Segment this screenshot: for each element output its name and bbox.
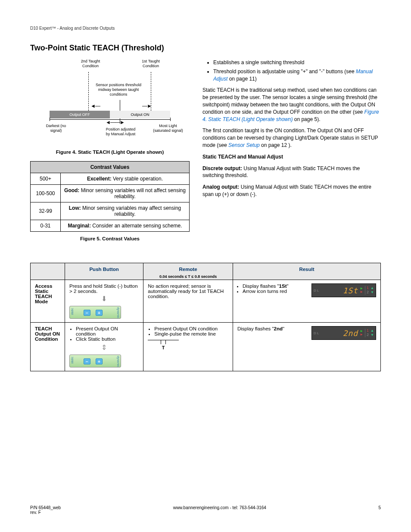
up-triangle-icon: ▲ (371, 286, 374, 290)
diagram-label-light: Most Light (saturated signal) (153, 124, 183, 133)
paragraph-2: The first condition taught is the ON con… (202, 127, 381, 149)
footer-url: www.bannerengineering.com - tel: 763-544… (173, 505, 266, 515)
static-label: static (71, 308, 74, 315)
footer-pn: P/N 65448_web (30, 505, 61, 510)
sensor-display-2nd: D L 2nd ►► 12 ▲▼ (311, 326, 376, 340)
table-row: 0-31 Marginal: Consider an alternate sen… (31, 220, 190, 232)
diagram-label-1st: 1st Taught Condition (136, 59, 166, 68)
updown-arrow-icon: ⇕ (69, 344, 139, 351)
sensor-button-widget: static − + dynamic (69, 306, 121, 319)
segment-display: 1St (321, 286, 358, 295)
dynamic-label: dynamic (117, 356, 120, 367)
down-triangle-icon: ▼ (371, 290, 374, 295)
plus-button-icon: + (96, 358, 103, 364)
page-header: D10 Expert™ - Analog and Discrete Output… (30, 26, 381, 31)
footer-page-number: 5 (378, 505, 381, 515)
figure-4-caption: Figure 4. Static TEACH (Light Operate sh… (30, 149, 190, 155)
diagram-output-on: Output ON (110, 111, 170, 118)
diagram-label-dark: Darkest (no signal) (41, 124, 71, 133)
dynamic-label: dynamic (117, 307, 120, 318)
arrow-right-icon: —► (142, 103, 152, 109)
diagram-label-2nd: 2nd Taught Condition (75, 59, 106, 68)
sensor-button-widget: static − + dynamic (69, 355, 121, 367)
teach-procedure-table: Push Button Remote 0.04 seconds ≤ T ≤ 0.… (30, 263, 381, 371)
contrast-values-table: Contrast Values 500+ Excellent: Very sta… (30, 161, 190, 232)
down-triangle-icon: ▼ (371, 333, 374, 337)
segment-display: 2nd (321, 329, 358, 338)
page-footer: P/N 65448_web rev. F www.bannerengineeri… (30, 505, 381, 515)
col-result: Result (233, 263, 380, 280)
section-title: Two-Point Static TEACH (Threshold) (30, 44, 381, 53)
red-arrow-icon: ► (360, 290, 363, 294)
minus-button-icon: − (84, 310, 90, 316)
table-row: 32-99 Low: Minor sensing variables may a… (31, 202, 190, 220)
table-row: TEACH Output ON Condition Present Output… (31, 323, 381, 371)
down-arrow-icon: ⬇ (69, 296, 139, 302)
figure-5-caption: Figure 5. Contrast Values (30, 236, 190, 241)
row-access-mode: Access Static TEACH Mode (31, 280, 65, 323)
col-remote: Remote 0.04 seconds ≤ T ≤ 0.8 seconds (143, 263, 233, 280)
diagram-label-mid: Sensor positions threshold midway betwee… (93, 83, 144, 96)
table-row: 500+ Excellent: Very stable operation. (31, 173, 190, 185)
paragraph-3: Discrete output: Using Manual Adjust wit… (202, 165, 381, 180)
up-triangle-icon: ▲ (371, 329, 374, 333)
row-teach-on: TEACH Output ON Condition (31, 323, 65, 371)
paragraph-4: Analog output: Using Manual Adjust with … (202, 184, 381, 198)
bidir-arrow-icon: ◄——► (106, 119, 125, 125)
red-arrow-icon: ► (360, 333, 363, 336)
diagram-label-pos: Position adjusted by Manual Adjust (106, 127, 136, 137)
minus-button-icon: − (84, 358, 90, 364)
sensor-display-1st: D L 1St ►► 12 ▲▼ (311, 283, 376, 297)
static-label: static (71, 357, 74, 364)
plus-button-icon: + (96, 310, 103, 316)
subheading: Static TEACH and Manual Adjust (202, 153, 381, 161)
col-push-button: Push Button (65, 263, 143, 280)
arrow-left-icon: ◄— (90, 103, 100, 109)
remote-pulse-diagram: T (148, 340, 179, 350)
bullet-2: Threshold position is adjustable using "… (213, 68, 381, 83)
sensor-setup-link[interactable]: Sensor Setup (228, 142, 260, 148)
table-row: Access Static TEACH Mode Press and hold … (31, 280, 381, 323)
bullet-1: Establishes a single switching threshold (213, 59, 381, 66)
contrast-header: Contrast Values (31, 162, 190, 173)
paragraph-1: Static TEACH is the traditional setup me… (202, 87, 381, 123)
table-row: 100-500 Good: Minor sensing variables wi… (31, 185, 190, 202)
footer-rev: rev. F (30, 510, 61, 515)
diagram-output-off: Output OFF (50, 111, 110, 118)
static-teach-diagram: 2nd Taught Condition 1st Taught Conditio… (45, 59, 174, 145)
